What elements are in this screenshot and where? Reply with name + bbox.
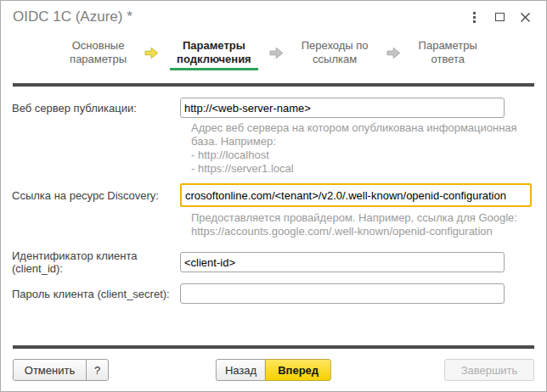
wizard-steps: Основные параметры Параметры подключения… xyxy=(1,33,546,81)
step-label-line: Параметры xyxy=(419,39,477,53)
client-id-row: Идентификатор клиента (client_id): xyxy=(1,249,546,275)
client-secret-label: Пароль клиента (client_secret): xyxy=(1,288,180,300)
title-bar: OIDC 1C (Azure) * xyxy=(1,1,546,33)
web-server-row: Веб сервер публикации: xyxy=(1,98,546,118)
web-server-help: Адрес веб сервера на котором опубликован… xyxy=(191,121,546,176)
help-line: Адрес веб сервера на котором опубликован… xyxy=(191,121,546,135)
window-title: OIDC 1C (Azure) * xyxy=(13,8,461,25)
step-connection-parameters: Параметры подключения xyxy=(170,39,258,70)
maximize-button[interactable] xyxy=(487,6,512,28)
step-label-line: ссылкам xyxy=(302,53,369,66)
wizard-window: OIDC 1C (Azure) * Основные параметры xyxy=(0,0,547,392)
step-arrow-icon xyxy=(269,47,284,59)
finish-button: Завершить xyxy=(444,359,534,381)
client-secret-input[interactable] xyxy=(180,283,505,304)
back-button[interactable]: Назад xyxy=(216,359,266,381)
help-button[interactable]: ? xyxy=(86,359,109,381)
window-controls xyxy=(461,6,538,28)
menu-button[interactable] xyxy=(461,6,487,28)
step-label-line: подключения xyxy=(177,53,251,66)
help-line: - http://localhost xyxy=(191,148,546,162)
form-area: Веб сервер публикации: Адрес веб сервера… xyxy=(1,87,546,345)
web-server-input[interactable] xyxy=(180,98,505,118)
step-arrow-active-icon xyxy=(144,47,159,59)
help-line: https://accounts.google.com/.well-known/… xyxy=(191,225,546,238)
discovery-label: Ссылка на ресурс Discovery: xyxy=(1,189,180,202)
step-response-parameters: Параметры ответа xyxy=(412,39,484,68)
client-id-label: Идентификатор клиента (client_id): xyxy=(1,249,180,275)
step-link-transitions: Переходы по ссылкам xyxy=(295,39,375,68)
kebab-menu-icon xyxy=(473,12,476,23)
client-id-input[interactable] xyxy=(180,252,505,272)
next-button[interactable]: Вперед xyxy=(265,359,331,381)
web-server-label: Веб сервер публикации: xyxy=(1,102,180,115)
discovery-row: Ссылка на ресурс Discovery: xyxy=(1,183,546,207)
back-next-group: Назад Вперед xyxy=(216,359,331,381)
step-label-line: Параметры xyxy=(177,39,251,53)
help-line: - https://server1.local xyxy=(191,162,546,176)
close-icon xyxy=(520,12,531,23)
step-label-line: параметры xyxy=(70,53,127,66)
step-arrow-icon xyxy=(386,47,401,59)
step-label-line: Основные xyxy=(70,39,127,53)
help-line: Предоставляется провайдером. Например, с… xyxy=(191,211,546,225)
cancel-button[interactable]: Отменить xyxy=(13,359,87,381)
close-button[interactable] xyxy=(512,6,538,28)
discovery-help: Предоставляется провайдером. Например, с… xyxy=(191,211,546,238)
help-line: база. Например: xyxy=(191,135,546,148)
step-label-line: Переходы по xyxy=(302,39,369,53)
step-basic-parameters: Основные параметры xyxy=(63,39,133,68)
discovery-input[interactable] xyxy=(180,183,532,207)
maximize-icon xyxy=(495,13,505,21)
step-label-line: ответа xyxy=(419,53,477,66)
client-secret-row: Пароль клиента (client_secret): xyxy=(1,283,546,304)
cancel-help-group: Отменить ? xyxy=(13,359,109,381)
footer-bar: Отменить ? Назад Вперед Завершить xyxy=(1,349,546,391)
